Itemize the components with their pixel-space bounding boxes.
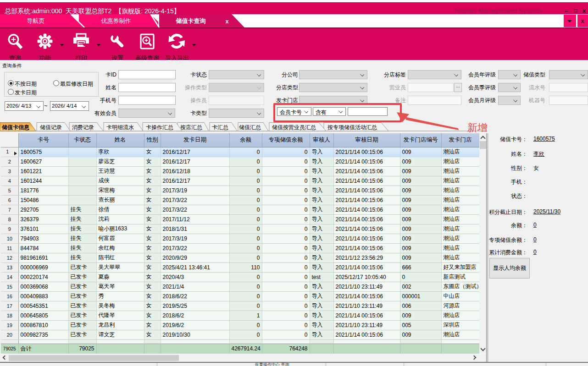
svg-text:优惠券制作: 优惠券制作 [101,17,131,24]
svg-text:按店汇总: 按店汇总 [180,124,202,131]
svg-text:储值汇总: 储值汇总 [239,124,261,131]
svg-text:按专项储值活动汇总: 按专项储值活动汇总 [327,124,377,131]
svg-text:x: x [226,18,229,25]
svg-text:储值卡查询: 储值卡查询 [176,17,206,24]
svg-text:卡汇总: 卡汇总 [212,124,228,131]
svg-text:消费记录: 消费记录 [72,124,94,131]
svg-text:x: x [581,17,584,24]
svg-text:导航页: 导航页 [27,17,45,24]
svg-text:储值记录: 储值记录 [40,124,62,131]
svg-text:储值按营业员汇总: 储值按营业员汇总 [272,124,316,131]
svg-text:储值卡信息: 储值卡信息 [1,124,30,131]
svg-text:卡明细流水: 卡明细流水 [106,124,134,131]
svg-text:卡操作汇总: 卡操作汇总 [146,124,173,131]
